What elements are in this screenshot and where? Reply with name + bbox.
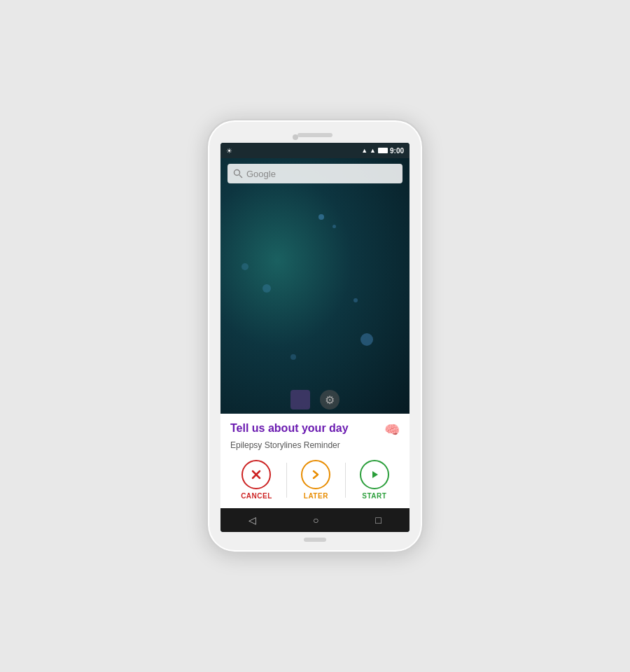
notification-actions: CANCEL LATER <box>230 457 400 501</box>
divider-2 <box>345 463 346 498</box>
notification-card: Tell us about your day 🧠 Epilepsy Storyl… <box>220 414 410 508</box>
phone-camera <box>293 134 298 140</box>
wallpaper: Google ⚙ <box>220 158 410 414</box>
bubble-7 <box>241 263 248 270</box>
search-icon <box>233 169 243 178</box>
battery-icon <box>378 148 388 153</box>
notification-header: Tell us about your day 🧠 <box>230 422 400 438</box>
home-nav-icon[interactable]: ○ <box>313 514 318 526</box>
search-placeholder: Google <box>246 169 276 179</box>
cancel-circle-icon <box>241 460 271 489</box>
start-circle-icon <box>360 460 389 489</box>
signal-icon: ▲ <box>370 147 376 154</box>
status-left: ☀ <box>226 147 234 155</box>
cancel-label: CANCEL <box>241 492 272 500</box>
bubble-2 <box>332 225 336 228</box>
later-button[interactable]: LATER <box>294 460 337 500</box>
bubble-5 <box>290 354 296 360</box>
notification-subtitle: Epilepsy Storylines Reminder <box>230 440 400 450</box>
dock-icon-gear[interactable]: ⚙ <box>320 390 340 410</box>
dock-icon-1[interactable] <box>290 390 310 410</box>
back-nav-icon[interactable]: ◁ <box>248 514 256 526</box>
notification-title: Tell us about your day <box>230 422 349 435</box>
dock-row: ⚙ <box>290 390 340 410</box>
bubble-1 <box>318 214 324 220</box>
nav-bar: ◁ ○ □ <box>220 508 410 532</box>
status-bar: ☀ ▲ ▲ 9:00 <box>220 143 410 158</box>
bubble-6 <box>354 298 358 302</box>
svg-marker-4 <box>372 471 378 478</box>
brightness-icon: ☀ <box>226 147 232 155</box>
bubble-4 <box>360 333 373 346</box>
divider-1 <box>286 463 287 498</box>
later-label: LATER <box>304 492 328 500</box>
phone-frame: ☀ ▲ ▲ 9:00 Google <box>206 119 424 553</box>
later-circle-icon <box>301 460 330 489</box>
status-right: ▲ ▲ 9:00 <box>361 147 404 155</box>
recent-nav-icon[interactable]: □ <box>375 514 381 526</box>
svg-point-0 <box>234 170 240 176</box>
bubble-3 <box>262 284 271 293</box>
phone-screen: ☀ ▲ ▲ 9:00 Google <box>220 143 410 532</box>
wifi-icon: ▲ <box>361 147 368 154</box>
start-button[interactable]: START <box>353 460 396 500</box>
phone-home-button[interactable] <box>304 538 326 542</box>
cancel-button[interactable]: CANCEL <box>234 460 279 500</box>
status-time: 9:00 <box>390 147 404 155</box>
svg-line-1 <box>239 175 242 178</box>
google-search-bar[interactable]: Google <box>227 164 402 183</box>
phone-speaker <box>298 133 332 137</box>
brain-icon: 🧠 <box>384 422 400 438</box>
start-label: START <box>362 492 386 500</box>
